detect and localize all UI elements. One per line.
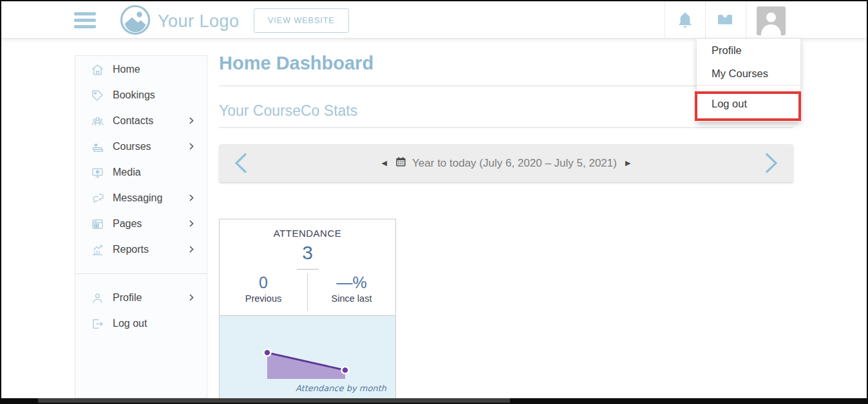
prev-date-triangle-icon[interactable]: ◀ bbox=[382, 159, 387, 167]
date-range-label[interactable]: Year to today (July 6, 2020 – July 5, 20… bbox=[412, 157, 617, 170]
logo[interactable]: Your Logo bbox=[119, 4, 240, 39]
hamburger-menu-icon[interactable] bbox=[74, 12, 96, 28]
page-title: Home Dashboard bbox=[219, 53, 373, 74]
sidebar-item-contacts[interactable]: Contacts bbox=[75, 108, 207, 134]
sidebar-item-label: Courses bbox=[113, 141, 151, 152]
chevron-right-icon bbox=[189, 244, 194, 255]
previous-label: Previous bbox=[220, 293, 307, 304]
sidebar-item-messaging[interactable]: Messaging bbox=[75, 185, 207, 211]
home-icon bbox=[91, 63, 104, 77]
sidebar-item-label: Log out bbox=[113, 318, 147, 329]
sidebar-item-pages[interactable]: Pages bbox=[75, 211, 207, 237]
menu-item-my-courses[interactable]: My Courses bbox=[697, 62, 800, 85]
sidebar-item-label: Messaging bbox=[113, 192, 162, 204]
user-dropdown-menu: Profile My Courses Log out bbox=[697, 39, 800, 122]
sidebar-item-media[interactable]: Media bbox=[75, 160, 207, 185]
section-title: Your CourseCo Stats bbox=[219, 102, 357, 120]
chat-icon bbox=[91, 192, 104, 205]
menu-item-log-out[interactable]: Log out bbox=[697, 86, 800, 122]
sidebar-item-log-out[interactable]: Log out bbox=[75, 311, 207, 336]
sidebar-item-profile[interactable]: Profile bbox=[75, 285, 207, 311]
sidebar-item-reports[interactable]: Reports bbox=[75, 237, 207, 262]
notifications-bell-icon[interactable] bbox=[676, 11, 694, 29]
sidebar-divider bbox=[75, 273, 207, 274]
topbar-divider bbox=[665, 1, 665, 39]
attendance-chart-area: Attendance by month bbox=[220, 315, 395, 404]
chevron-right-icon bbox=[189, 115, 194, 127]
stat-card-title: ATTENDANCE bbox=[220, 228, 395, 239]
previous-stat: 0 Previous bbox=[220, 273, 308, 311]
sidebar-item-label: Profile bbox=[113, 292, 142, 304]
logo-text: Your Logo bbox=[158, 12, 240, 32]
bar-chart-icon bbox=[91, 243, 104, 257]
app-window: Your Logo VIEW WEBSITE Profile My Co bbox=[0, 0, 868, 404]
sidebar-item-label: Reports bbox=[113, 244, 149, 255]
calendar-icon bbox=[395, 156, 406, 170]
divider bbox=[219, 127, 793, 128]
sidebar: Home Bookings Contacts Courses bbox=[75, 55, 207, 398]
horizontal-scrollbar[interactable] bbox=[1, 398, 867, 403]
user-avatar[interactable] bbox=[757, 6, 786, 35]
next-period-chevron-icon[interactable] bbox=[764, 152, 778, 176]
exit-icon bbox=[91, 317, 104, 331]
chevron-right-icon bbox=[189, 218, 194, 230]
monitor-icon bbox=[91, 166, 104, 179]
person-icon bbox=[91, 291, 104, 305]
topbar: Your Logo VIEW WEBSITE bbox=[1, 1, 867, 39]
date-range-bar: ◀ Year to today (July 6, 2020 – July 5, … bbox=[219, 144, 793, 182]
sidebar-item-bookings[interactable]: Bookings bbox=[75, 82, 207, 108]
sidebar-item-courses[interactable]: Courses bbox=[75, 134, 207, 160]
chart-caption: Attendance by month bbox=[296, 383, 386, 393]
previous-value: 0 bbox=[220, 273, 307, 291]
sidebar-item-label: Bookings bbox=[113, 89, 155, 101]
scrollbar-thumb[interactable] bbox=[38, 398, 510, 403]
sidebar-item-home[interactable]: Home bbox=[75, 57, 207, 82]
chevron-right-icon bbox=[189, 292, 194, 304]
since-last-value: —% bbox=[308, 273, 395, 291]
since-last-stat: —% Since last bbox=[308, 273, 395, 311]
next-date-triangle-icon[interactable]: ▶ bbox=[625, 159, 630, 167]
stat-mini-divider bbox=[297, 269, 319, 270]
since-last-label: Since last bbox=[308, 293, 395, 304]
browser-icon bbox=[91, 217, 104, 231]
sidebar-item-label: Media bbox=[113, 167, 141, 178]
stat-card-value: 3 bbox=[220, 242, 395, 264]
logo-image-icon bbox=[119, 4, 151, 39]
people-icon bbox=[91, 115, 104, 128]
inbox-icon[interactable] bbox=[716, 11, 734, 29]
topbar-divider bbox=[746, 1, 746, 39]
chevron-right-icon bbox=[189, 141, 194, 152]
chevron-right-icon bbox=[189, 192, 194, 204]
menu-item-profile[interactable]: Profile bbox=[697, 39, 800, 62]
sidebar-item-label: Home bbox=[113, 64, 140, 75]
books-icon bbox=[91, 140, 104, 154]
tag-icon bbox=[91, 89, 104, 102]
view-website-button[interactable]: VIEW WEBSITE bbox=[254, 8, 349, 33]
sidebar-item-label: Contacts bbox=[113, 115, 153, 127]
topbar-divider bbox=[705, 1, 706, 39]
sidebar-item-label: Pages bbox=[113, 218, 142, 230]
attendance-stat-card: ATTENDANCE 3 0 Previous —% Since last At… bbox=[219, 219, 396, 404]
